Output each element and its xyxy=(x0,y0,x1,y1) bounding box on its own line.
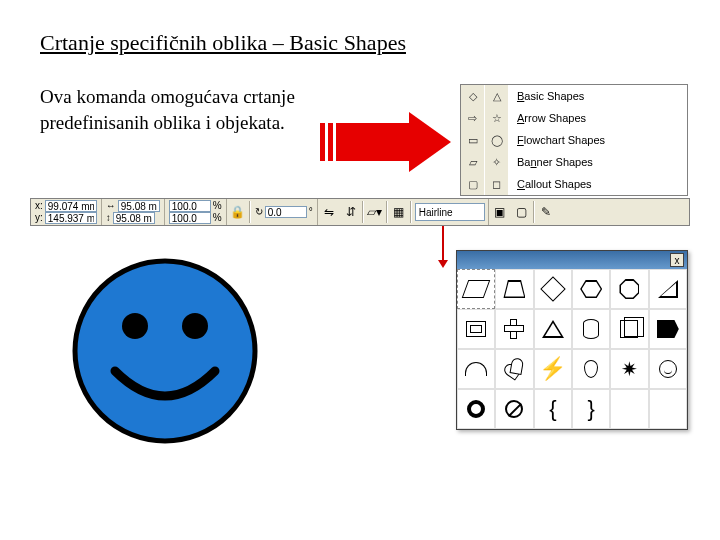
menu-iconcol-b: △☆◯✧◻ xyxy=(485,85,509,195)
smiley-shape xyxy=(70,256,260,450)
scale-fields[interactable]: % % xyxy=(165,199,227,225)
shape-smiley[interactable] xyxy=(649,349,687,389)
shape-brace-left[interactable]: { xyxy=(534,389,572,429)
shape-frame[interactable] xyxy=(457,309,495,349)
perfect-shape-picker[interactable]: ▱▾ xyxy=(364,201,386,223)
slide-title: Crtanje specifičnih oblika – Basic Shape… xyxy=(40,30,680,56)
basic-shapes-icon: ◇ xyxy=(461,85,484,107)
arrow-shapes-icon: ⇨ xyxy=(461,107,484,129)
menu-item-callout[interactable]: Callout Shapes xyxy=(509,173,687,195)
size-fields[interactable]: ↔ ↕ xyxy=(102,199,165,225)
lock-icon[interactable]: 🔒 xyxy=(227,201,249,223)
basic-shapes-palette[interactable]: x ⚡ ✷ { } xyxy=(456,250,688,430)
to-back-icon[interactable]: ▢ xyxy=(511,201,533,223)
shape-empty-b xyxy=(649,389,687,429)
wrap-icon[interactable]: ▦ xyxy=(388,201,410,223)
shape-octagon[interactable] xyxy=(610,269,648,309)
shape-cube[interactable] xyxy=(610,309,648,349)
shape-empty-a xyxy=(610,389,648,429)
palette-close-button[interactable]: x xyxy=(670,253,684,267)
shape-brace-right[interactable]: } xyxy=(572,389,610,429)
menu-item-basic[interactable]: Basic Shapes xyxy=(509,85,687,107)
w-field[interactable] xyxy=(118,200,160,212)
menu-item-banner[interactable]: Banner Shapes xyxy=(509,151,687,173)
angle-field-wrap[interactable]: ↻ ° xyxy=(251,199,318,225)
shape-diamond[interactable] xyxy=(534,269,572,309)
shape-arc[interactable] xyxy=(457,349,495,389)
convert-curves-icon[interactable]: ✎ xyxy=(535,201,557,223)
shape-drop[interactable] xyxy=(572,349,610,389)
shape-cross[interactable] xyxy=(495,309,533,349)
shape-ring[interactable] xyxy=(457,389,495,429)
menu-item-flowchart[interactable]: Flowchart Shapes xyxy=(509,129,687,151)
callout-arrow xyxy=(442,226,444,260)
shape-trapezoid[interactable] xyxy=(495,269,533,309)
mirror-h-icon[interactable]: ⇋ xyxy=(318,201,340,223)
x-field[interactable] xyxy=(45,200,97,212)
shape-cylinder[interactable] xyxy=(572,309,610,349)
property-bar: x: y: ↔ ↕ % % 🔒 ↻ ° ⇋ ⇵ ▱▾ ▦ Hairline ▣ … xyxy=(30,198,690,226)
menu-iconcol-a: ◇ ⇨ ▭ ▱ ▢ xyxy=(461,85,485,195)
svg-point-0 xyxy=(75,261,255,441)
shape-noentry[interactable] xyxy=(495,389,533,429)
intro-text: Ova komanda omogućava crtanje predefinis… xyxy=(40,84,320,135)
sx-field[interactable] xyxy=(169,200,211,212)
shape-triangle[interactable] xyxy=(534,309,572,349)
svg-point-1 xyxy=(122,313,148,339)
h-field[interactable] xyxy=(113,212,155,224)
menu-item-arrow[interactable]: Arrow Shapes xyxy=(509,107,687,129)
angle-field[interactable] xyxy=(265,206,307,218)
shape-category-menu[interactable]: ◇ ⇨ ▭ ▱ ▢ △☆◯✧◻ Basic Shapes Arrow Shape… xyxy=(460,84,688,196)
shape-parallelogram[interactable] xyxy=(457,269,495,309)
outline-width[interactable]: Hairline xyxy=(415,203,485,221)
svg-point-2 xyxy=(182,313,208,339)
pointer-arrow xyxy=(320,112,451,172)
shape-explosion[interactable]: ✷ xyxy=(610,349,648,389)
flowchart-shapes-icon: ▭ xyxy=(461,129,484,151)
banner-shapes-icon: ▱ xyxy=(461,151,484,173)
to-front-icon[interactable]: ▣ xyxy=(489,201,511,223)
position-fields[interactable]: x: y: xyxy=(31,199,102,225)
sy-field[interactable] xyxy=(169,212,211,224)
callout-shapes-icon: ▢ xyxy=(461,173,484,195)
shape-bolt[interactable]: ⚡ xyxy=(534,349,572,389)
shape-pentagon-arrow[interactable] xyxy=(649,309,687,349)
shape-right-triangle[interactable] xyxy=(649,269,687,309)
shape-hexagon[interactable] xyxy=(572,269,610,309)
y-field[interactable] xyxy=(45,212,97,224)
mirror-v-icon[interactable]: ⇵ xyxy=(340,201,362,223)
shape-heart[interactable] xyxy=(495,349,533,389)
palette-titlebar[interactable]: x xyxy=(457,251,687,269)
